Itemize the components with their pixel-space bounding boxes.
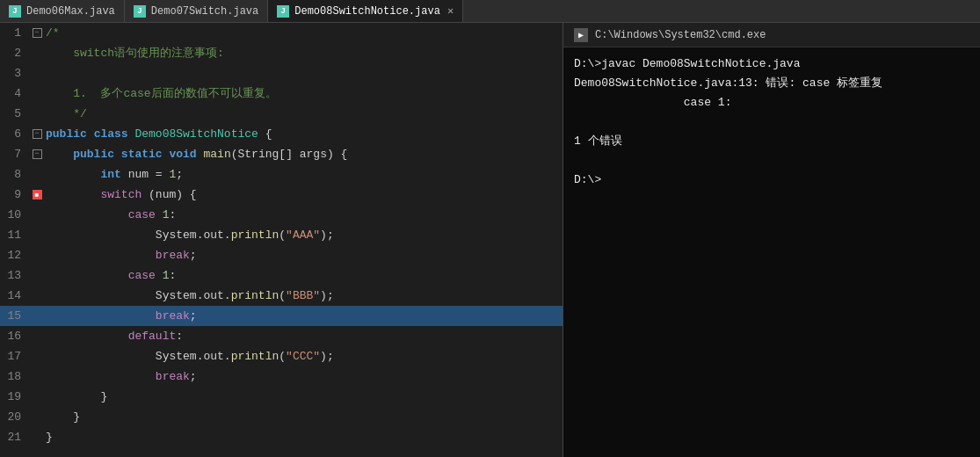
gutter-cell[interactable]: − bbox=[28, 149, 46, 159]
line-number: 14 bbox=[0, 286, 28, 306]
table-row: 8 int num = 1; bbox=[0, 164, 563, 185]
table-row: 4 1. 多个case后面的数值不可以重复。 bbox=[0, 83, 563, 104]
table-row: 2 switch语句使用的注意事项: bbox=[0, 43, 563, 63]
tab-demo06max[interactable]: J Demo06Max.java bbox=[0, 0, 125, 22]
line-number: 12 bbox=[0, 245, 28, 265]
gutter-cell[interactable]: − bbox=[28, 28, 46, 38]
gutter-cell[interactable]: − bbox=[28, 129, 46, 139]
table-row: 15 break; bbox=[0, 306, 563, 326]
code-line-2: switch语句使用的注意事项: bbox=[46, 43, 563, 63]
line-number: 11 bbox=[0, 225, 28, 245]
line-number: 9 bbox=[0, 185, 28, 205]
table-row: 12 break; bbox=[0, 245, 563, 265]
line-number: 10 bbox=[0, 205, 28, 225]
collapse-icon[interactable]: − bbox=[33, 129, 42, 139]
line-number: 2 bbox=[0, 43, 28, 63]
table-row: 21 } bbox=[0, 427, 563, 447]
close-icon[interactable]: ✕ bbox=[447, 4, 454, 18]
code-line-17: System.out.println("CCC"); bbox=[46, 346, 563, 366]
line-number: 5 bbox=[0, 104, 28, 124]
line-number: 13 bbox=[0, 265, 28, 286]
tab-bar: J Demo06Max.java J Demo07Switch.java J D… bbox=[0, 0, 980, 23]
line-number: 19 bbox=[0, 387, 28, 407]
code-line-1: /* bbox=[46, 23, 563, 43]
table-row: 7 − public static void main(String[] arg… bbox=[0, 144, 563, 164]
code-line-14: System.out.println("BBB"); bbox=[46, 286, 563, 306]
code-line-16: default: bbox=[46, 326, 563, 346]
line-number: 16 bbox=[0, 326, 28, 346]
tab-label-demo06: Demo06Max.java bbox=[26, 5, 115, 18]
code-line-5: */ bbox=[46, 104, 563, 124]
code-line-18: break; bbox=[46, 366, 563, 387]
terminal-title: C:\Windows\System32\cmd.exe bbox=[595, 29, 766, 41]
table-row: 1 − /* bbox=[0, 23, 563, 43]
line-number: 3 bbox=[0, 63, 28, 83]
tab-icon-demo07: J bbox=[134, 5, 146, 18]
table-row: 16 default: bbox=[0, 326, 563, 346]
tab-demo08switchnotice[interactable]: J Demo08SwitchNotice.java ✕ bbox=[268, 0, 463, 22]
table-row: 5 */ bbox=[0, 104, 563, 124]
code-line-9: switch (num) { bbox=[46, 185, 563, 205]
code-line-20: } bbox=[46, 407, 563, 427]
code-line-7: public static void main(String[] args) { bbox=[46, 144, 563, 164]
table-row: 6 − public class Demo08SwitchNotice { bbox=[0, 124, 563, 144]
line-number: 4 bbox=[0, 83, 28, 104]
code-line-8: int num = 1; bbox=[46, 164, 563, 185]
table-row: 3 bbox=[0, 63, 563, 83]
code-line-4: 1. 多个case后面的数值不可以重复。 bbox=[46, 83, 563, 104]
line-number: 7 bbox=[0, 144, 28, 164]
line-number: 1 bbox=[0, 23, 28, 43]
code-line-12: break; bbox=[46, 245, 563, 265]
table-row: 9 ■ switch (num) { bbox=[0, 185, 563, 205]
collapse-icon[interactable]: − bbox=[33, 28, 42, 38]
line-number: 6 bbox=[0, 124, 28, 144]
code-line-6: public class Demo08SwitchNotice { bbox=[46, 124, 563, 144]
gutter-cell: ■ bbox=[28, 190, 46, 199]
terminal-line-1: D:\>javac Demo08SwitchNotice.java Demo08… bbox=[574, 57, 882, 186]
table-row: 17 System.out.println("CCC"); bbox=[0, 346, 563, 366]
collapse-icon[interactable]: − bbox=[33, 149, 42, 159]
line-number: 21 bbox=[0, 427, 28, 447]
table-row: 11 System.out.println("AAA"); bbox=[0, 225, 563, 245]
terminal-titlebar: ▶ C:\Windows\System32\cmd.exe bbox=[563, 23, 980, 47]
line-number: 18 bbox=[0, 366, 28, 387]
table-row: 13 case 1: bbox=[0, 265, 563, 286]
terminal-pane: ▶ C:\Windows\System32\cmd.exe D:\>javac … bbox=[563, 23, 980, 457]
code-area: 1 − /* 2 switch语句使用的注意事项: 3 bbox=[0, 23, 563, 457]
main-layout: 1 − /* 2 switch语句使用的注意事项: 3 bbox=[0, 23, 980, 457]
line-number: 20 bbox=[0, 407, 28, 427]
table-row: 14 System.out.println("BBB"); bbox=[0, 286, 563, 306]
line-number: 17 bbox=[0, 346, 28, 366]
table-row: 19 } bbox=[0, 387, 563, 407]
code-line-11: System.out.println("AAA"); bbox=[46, 225, 563, 245]
tab-label-demo07: Demo07Switch.java bbox=[151, 5, 258, 18]
code-line-10: case 1: bbox=[46, 205, 563, 225]
tab-demo07switch[interactable]: J Demo07Switch.java bbox=[125, 0, 268, 22]
code-line-21: } bbox=[46, 427, 563, 447]
code-line-15: break; bbox=[46, 306, 563, 326]
table-row: 20 } bbox=[0, 407, 563, 427]
tab-icon-demo08: J bbox=[277, 5, 289, 18]
table-row: 10 case 1: bbox=[0, 205, 563, 225]
code-line-19: } bbox=[46, 387, 563, 407]
terminal-icon: ▶ bbox=[574, 28, 588, 42]
table-row: 18 break; bbox=[0, 366, 563, 387]
error-icon: ■ bbox=[33, 190, 42, 199]
terminal-body[interactable]: D:\>javac Demo08SwitchNotice.java Demo08… bbox=[563, 47, 980, 457]
line-number: 15 bbox=[0, 306, 28, 326]
editor-pane: 1 − /* 2 switch语句使用的注意事项: 3 bbox=[0, 23, 563, 457]
tab-label-demo08: Demo08SwitchNotice.java bbox=[294, 5, 440, 18]
line-number: 8 bbox=[0, 164, 28, 185]
tab-icon-demo06: J bbox=[9, 5, 21, 18]
code-line-13: case 1: bbox=[46, 265, 563, 286]
